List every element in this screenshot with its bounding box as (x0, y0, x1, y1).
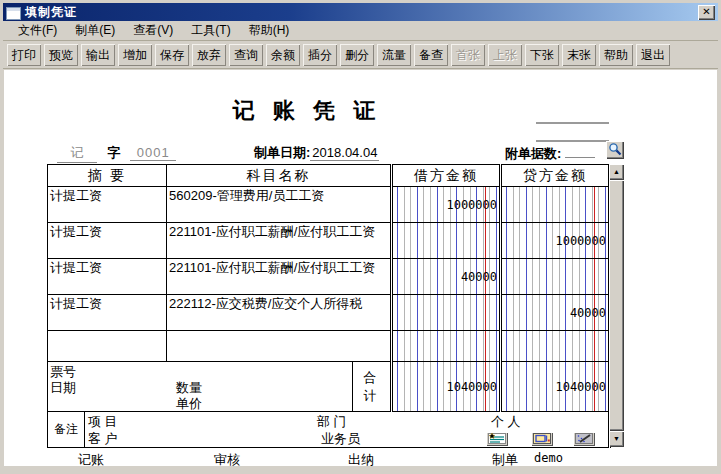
credit-cell[interactable] (501, 331, 610, 362)
first-voucher-button: 首张 (451, 44, 485, 66)
app-window-icon (6, 6, 21, 19)
print-button[interactable]: 打印 (7, 44, 41, 66)
account-cell[interactable] (167, 331, 392, 362)
debit-cell[interactable] (392, 295, 501, 331)
header-credit: 贷方金额 (501, 165, 610, 187)
cashflow-button[interactable]: 流量 (377, 44, 411, 66)
voucher-word-prefix[interactable]: 记 (57, 144, 97, 163)
prev-voucher-button: 上张 (488, 44, 522, 66)
next-voucher-button[interactable]: 下张 (525, 44, 559, 66)
totals-row: 票号 日期 数量 单价 合 计 1040000 1040000 (48, 362, 610, 412)
discard-button[interactable]: 放弃 (192, 44, 226, 66)
account-cell[interactable]: 221101-应付职工薪酬/应付职工工资 (167, 223, 392, 259)
title-bar: 填制凭证 ✕ (3, 3, 718, 21)
remark-content-cell: 项 目 客 户 部 门 业务员 个 人 (85, 412, 610, 448)
debit-cell[interactable]: 40000 (392, 259, 501, 295)
date-label: 制单日期: (254, 145, 310, 160)
unit-price-label: 单价 (176, 395, 202, 412)
blank-field-line (536, 122, 609, 124)
summary-cell[interactable] (48, 331, 167, 362)
exit-button[interactable]: 退出 (636, 44, 670, 66)
person-label[interactable]: 个 人 (491, 413, 521, 431)
delete-line-button[interactable]: 删分 (340, 44, 374, 66)
balance-button[interactable]: 余额 (266, 44, 300, 66)
table-header-row: 摘 要 科目名称 借方金额 贷方金额 (48, 165, 610, 187)
voucher-word-label: 字 (101, 144, 127, 162)
voucher-number[interactable]: 0001 (130, 145, 176, 161)
magic-wand-icon[interactable] (573, 432, 595, 446)
footer-detail-cell: 票号 日期 数量 单价 (48, 362, 353, 412)
scroll-up-icon[interactable]: ▲ (609, 164, 624, 180)
vertical-scrollbar[interactable]: ▲ ▼ (609, 164, 624, 447)
window-title: 填制凭证 (25, 4, 698, 21)
insert-line-button[interactable]: 插分 (303, 44, 337, 66)
bookkeeping-label: 记账 (78, 451, 104, 469)
bill-date-label: 日期 (50, 379, 76, 397)
summary-cell[interactable]: 计提工资 (48, 223, 167, 259)
menu-voucher[interactable]: 制单(E) (66, 20, 124, 41)
blank-field-line (536, 140, 609, 142)
debit-cell[interactable] (392, 223, 501, 259)
page-title: 记 账 凭 证 (47, 96, 567, 126)
table-row: 计提工资 221101-应付职工薪酬/应付职工工资 1000000 (48, 223, 610, 259)
debit-cell[interactable]: 1000000 (392, 187, 501, 223)
summary-cell[interactable]: 计提工资 (48, 295, 167, 331)
header-debit: 借方金额 (392, 165, 501, 187)
salesman-label[interactable]: 业务员 (321, 430, 360, 448)
menu-file[interactable]: 文件(F) (9, 20, 66, 41)
attachments-group: 附单据数: (505, 144, 595, 163)
account-cell[interactable]: 560209-管理费用/员工工资 (167, 187, 392, 223)
credit-cell[interactable]: 40000 (501, 295, 610, 331)
voucher-table: 摘 要 科目名称 借方金额 贷方金额 计提工资 560209-管理费用/员工工资… (47, 164, 611, 448)
table-row (48, 331, 610, 362)
toolbar: 打印 预览 输出 增加 保存 放弃 查询 余额 插分 删分 流量 备查 首张 上… (3, 42, 718, 69)
credit-cell[interactable]: 1000000 (501, 223, 610, 259)
close-icon[interactable]: ✕ (698, 5, 715, 20)
table-row: 计提工资 560209-管理费用/员工工资 1000000 (48, 187, 610, 223)
summary-cell[interactable]: 计提工资 (48, 259, 167, 295)
reference-button[interactable]: 备查 (414, 44, 448, 66)
save-button[interactable]: 保存 (155, 44, 189, 66)
debit-cell[interactable] (392, 331, 501, 362)
remark-row: 备注 项 目 客 户 部 门 业务员 个 人 (48, 412, 610, 448)
preparer-value: demo (534, 451, 563, 465)
audit-label: 审核 (214, 451, 240, 469)
scrollbar-thumb[interactable] (609, 180, 624, 431)
customer-label[interactable]: 客 户 (88, 430, 118, 448)
voucher-entry-window: 填制凭证 ✕ 文件(F) 制单(E) 查看(V) 工具(T) 帮助(H) 打印 … (0, 0, 721, 474)
account-cell[interactable]: 221101-应付职工薪酬/应付职工工资 (167, 259, 392, 295)
credit-cell[interactable] (501, 187, 610, 223)
memo-icon[interactable] (486, 432, 508, 446)
credit-cell[interactable] (501, 259, 610, 295)
cashier-label: 出纳 (348, 451, 374, 469)
last-voucher-button[interactable]: 末张 (562, 44, 596, 66)
summary-cell[interactable]: 计提工资 (48, 187, 167, 223)
search-button[interactable] (606, 141, 624, 159)
department-label[interactable]: 部 门 (317, 413, 347, 431)
header-summary: 摘 要 (48, 165, 167, 187)
query-button[interactable]: 查询 (229, 44, 263, 66)
header-account: 科目名称 (167, 165, 392, 187)
voucher-area: 记 账 凭 证 记 字 0001 制单日期:2018.04.04 附单据数: (4, 70, 717, 466)
menu-tools[interactable]: 工具(T) (182, 20, 239, 41)
signatures-row: 记账 审核 出纳 制单 demo (4, 451, 717, 469)
account-cell[interactable]: 222112-应交税费/应交个人所得税 (167, 295, 392, 331)
attachments-input[interactable] (565, 144, 595, 158)
export-button[interactable]: 输出 (81, 44, 115, 66)
menu-help[interactable]: 帮助(H) (240, 20, 299, 41)
remark-label: 备注 (48, 412, 85, 448)
add-button[interactable]: 增加 (118, 44, 152, 66)
debit-total: 1040000 (392, 362, 501, 412)
help-button[interactable]: 帮助 (599, 44, 633, 66)
menu-view[interactable]: 查看(V) (124, 20, 182, 41)
search-icon (608, 142, 622, 156)
attachments-label: 附单据数: (505, 146, 561, 161)
menu-bar: 文件(F) 制单(E) 查看(V) 工具(T) 帮助(H) (3, 21, 718, 41)
total-label: 合 计 (353, 362, 392, 412)
project-label[interactable]: 项 目 (88, 413, 118, 431)
foreign-currency-icon[interactable] (531, 432, 553, 446)
date-value[interactable]: 2018.04.04 (310, 145, 379, 161)
preview-button[interactable]: 预览 (44, 44, 78, 66)
scroll-down-icon[interactable]: ▼ (609, 431, 624, 447)
voucher-date-group: 制单日期:2018.04.04 (254, 144, 379, 162)
